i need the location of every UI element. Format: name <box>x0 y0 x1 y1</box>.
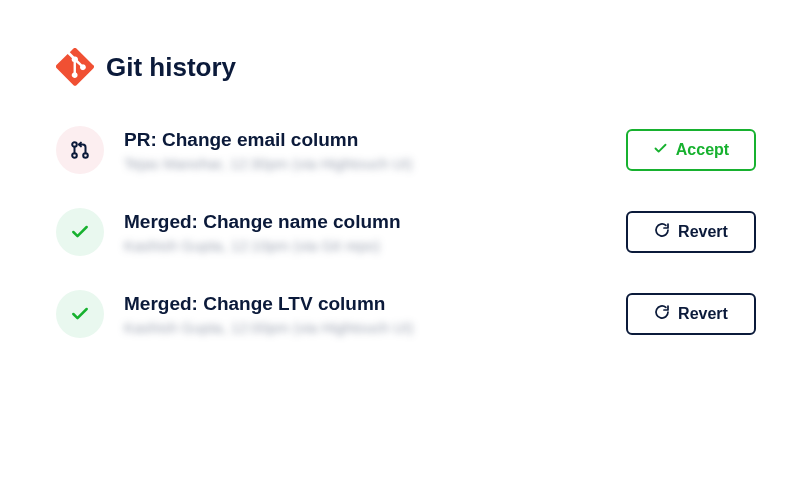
merged-icon <box>56 208 104 256</box>
page-header: Git history <box>56 48 756 86</box>
revert-button[interactable]: Revert <box>626 211 756 253</box>
accept-button[interactable]: Accept <box>626 129 756 171</box>
history-item-content: PR: Change email column Tejas Manohar, 1… <box>124 129 606 172</box>
git-logo-icon <box>56 48 94 86</box>
history-item-title: Merged: Change name column <box>124 211 606 233</box>
revert-button-label: Revert <box>678 223 728 241</box>
page-title: Git history <box>106 52 236 83</box>
history-item-title: PR: Change email column <box>124 129 606 151</box>
history-item-meta: Tejas Manohar, 12:30pm (via Hightouch UI… <box>124 155 606 172</box>
check-icon <box>653 141 668 160</box>
history-item-content: Merged: Change name column Kashish Gupta… <box>124 211 606 254</box>
history-item-content: Merged: Change LTV column Kashish Gupta,… <box>124 293 606 336</box>
history-item-meta: Kashish Gupta, 12:10pm (via Git repo) <box>124 237 606 254</box>
history-item: Merged: Change name column Kashish Gupta… <box>56 208 756 256</box>
history-list: PR: Change email column Tejas Manohar, 1… <box>56 126 756 338</box>
merged-icon <box>56 290 104 338</box>
history-item-title: Merged: Change LTV column <box>124 293 606 315</box>
refresh-icon <box>654 222 670 242</box>
refresh-icon <box>654 304 670 324</box>
revert-button-label: Revert <box>678 305 728 323</box>
pr-icon <box>56 126 104 174</box>
history-item: PR: Change email column Tejas Manohar, 1… <box>56 126 756 174</box>
history-item-meta: Kashish Gupta, 12:00pm (via Hightouch UI… <box>124 319 606 336</box>
revert-button[interactable]: Revert <box>626 293 756 335</box>
history-item: Merged: Change LTV column Kashish Gupta,… <box>56 290 756 338</box>
accept-button-label: Accept <box>676 141 729 159</box>
